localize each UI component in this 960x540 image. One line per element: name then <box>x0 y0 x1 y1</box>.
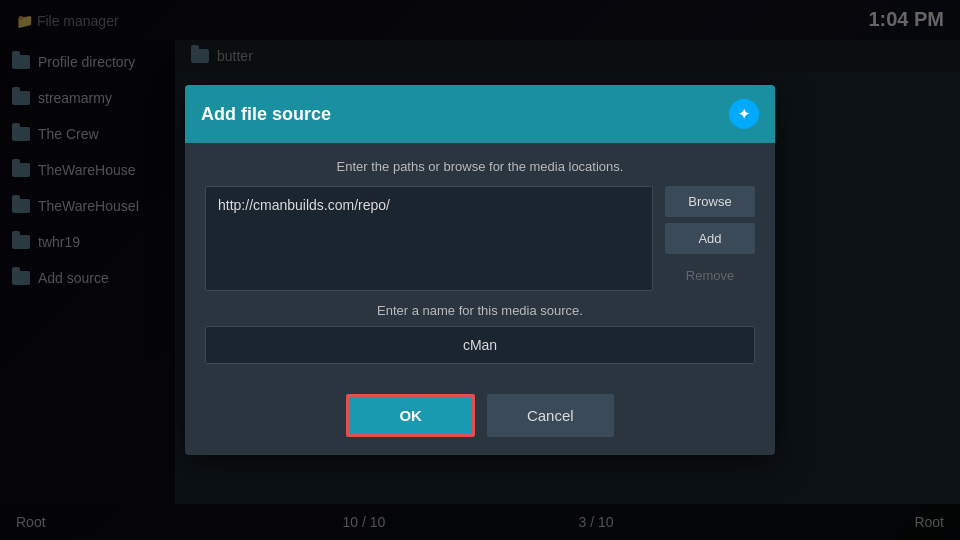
dialog-header: Add file source ✦ <box>185 85 775 143</box>
dialog-instruction: Enter the paths or browse for the media … <box>205 159 755 174</box>
name-section: Enter a name for this media source. cMan <box>205 303 755 364</box>
modal-overlay: Add file source ✦ Enter the paths or bro… <box>0 0 960 540</box>
name-label: Enter a name for this media source. <box>205 303 755 318</box>
url-value: http://cmanbuilds.com/repo/ <box>218 197 390 213</box>
cancel-button[interactable]: Cancel <box>487 394 614 437</box>
add-button[interactable]: Add <box>665 223 755 254</box>
remove-button[interactable]: Remove <box>665 260 755 291</box>
name-input[interactable]: cMan <box>205 326 755 364</box>
dialog-actions: OK Cancel <box>185 380 775 455</box>
kodi-icon: ✦ <box>729 99 759 129</box>
url-input-area[interactable]: http://cmanbuilds.com/repo/ <box>205 186 653 291</box>
dialog-title: Add file source <box>201 104 331 125</box>
browse-button[interactable]: Browse <box>665 186 755 217</box>
dialog-body: Enter the paths or browse for the media … <box>185 143 775 380</box>
url-row: http://cmanbuilds.com/repo/ Browse Add R… <box>205 186 755 291</box>
ok-button[interactable]: OK <box>346 394 475 437</box>
url-buttons: Browse Add Remove <box>665 186 755 291</box>
add-file-source-dialog: Add file source ✦ Enter the paths or bro… <box>185 85 775 455</box>
